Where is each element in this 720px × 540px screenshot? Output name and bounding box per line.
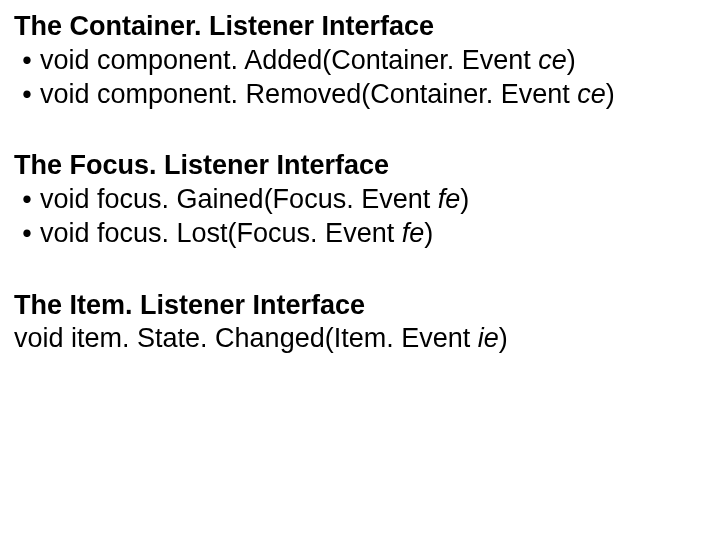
heading: The Item. Listener Interface — [14, 289, 706, 323]
method-text: void focus. Lost(Focus. Event fe) — [40, 217, 433, 251]
method-text: void component. Added(Container. Event c… — [40, 44, 576, 78]
bullet-icon: • — [14, 217, 40, 251]
plain-line: void item. State. Changed(Item. Event ie… — [14, 322, 706, 356]
list-item: • void component. Added(Container. Event… — [14, 44, 706, 78]
list-item: • void component. Removed(Container. Eve… — [14, 78, 706, 112]
section-item-listener: The Item. Listener Interface void item. … — [14, 289, 706, 357]
method-text: void item. State. Changed(Item. Event ie… — [14, 322, 508, 356]
method-text: void focus. Gained(Focus. Event fe) — [40, 183, 469, 217]
section-focus-listener: The Focus. Listener Interface • void foc… — [14, 149, 706, 250]
bullet-icon: • — [14, 78, 40, 112]
list-item: • void focus. Lost(Focus. Event fe) — [14, 217, 706, 251]
heading: The Focus. Listener Interface — [14, 149, 706, 183]
bullet-icon: • — [14, 183, 40, 217]
heading: The Container. Listener Interface — [14, 10, 706, 44]
bullet-icon: • — [14, 44, 40, 78]
slide: The Container. Listener Interface • void… — [0, 0, 720, 540]
section-container-listener: The Container. Listener Interface • void… — [14, 10, 706, 111]
method-text: void component. Removed(Container. Event… — [40, 78, 615, 112]
list-item: • void focus. Gained(Focus. Event fe) — [14, 183, 706, 217]
